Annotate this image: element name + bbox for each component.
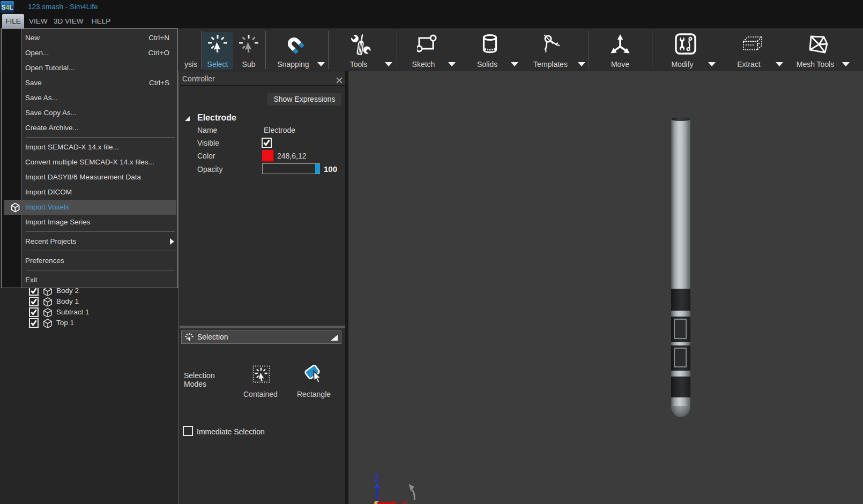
svg-text:X: X [401, 500, 407, 504]
svg-text:Z: Z [374, 473, 380, 483]
